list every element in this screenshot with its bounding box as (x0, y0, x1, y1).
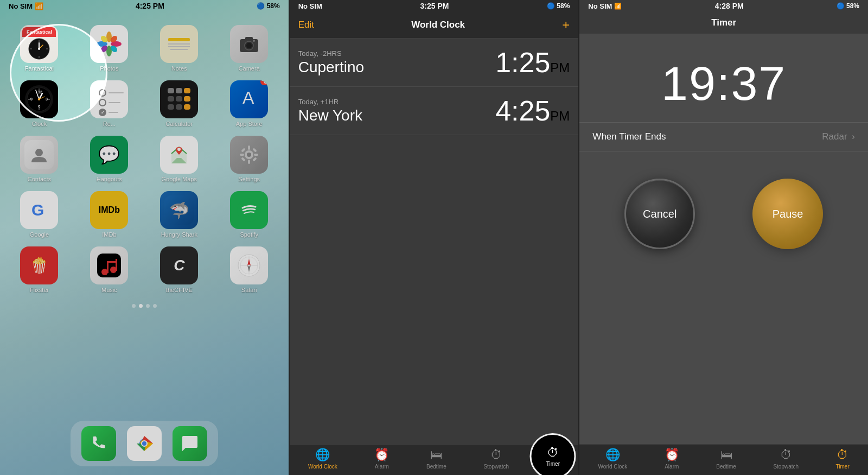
app-spotify[interactable]: Spotify (219, 191, 280, 238)
timer-buttons: Cancel Pause (579, 179, 868, 249)
app-fantastical[interactable]: Fantastical (9, 25, 70, 72)
tab-bedtime[interactable]: 🛏 Bedtime (426, 448, 446, 470)
hungryshark-label: Hungry Shark (161, 231, 197, 238)
app-camera[interactable]: Camera (219, 25, 280, 72)
app-grid: Fantastical (0, 16, 289, 302)
clock-item-cupertino-left: Today, -2HRS Cupertino (298, 49, 364, 76)
tab-alarm[interactable]: ⏰ Alarm (374, 448, 389, 470)
app-hangouts[interactable]: 💬 Hangouts (79, 136, 140, 182)
s3-tab-timer[interactable]: ⏱ Timer (836, 448, 850, 470)
s2-battery: 🔵 58% (547, 2, 570, 10)
svg-point-41 (247, 153, 251, 157)
tab-stopwatch[interactable]: ⏱ Stopwatch (483, 448, 509, 470)
app-contacts[interactable]: Contacts (9, 136, 70, 182)
app-calculator[interactable]: Calculator (149, 80, 210, 127)
app-reminders[interactable]: ✓ Re... (79, 80, 140, 127)
svg-text:A: A (242, 88, 254, 107)
svg-rect-53 (237, 198, 261, 222)
s3-tab-bedtime[interactable]: 🛏 Bedtime (716, 448, 736, 470)
dock-chrome[interactable] (127, 426, 162, 461)
appstore-badge: 8 (260, 80, 268, 85)
cancel-button[interactable]: Cancel (624, 179, 695, 249)
app-googlemaps[interactable]: Google Maps (149, 136, 210, 182)
bluetooth-icon: 🔵 (257, 2, 265, 10)
app-google[interactable]: G G Google (9, 191, 70, 238)
when-timer-ends-row[interactable]: When Timer Ends Radar › (579, 122, 868, 151)
status-bar-1: No SIM 📶 4:25 PM 🔵 58% (0, 0, 289, 12)
s2-bt-icon: 🔵 (547, 2, 555, 10)
app-hungryshark[interactable]: 🦈 Hungry Shark (149, 191, 210, 238)
alarm-tab-icon: ⏰ (374, 448, 389, 462)
flixster-label: Flixster (30, 287, 49, 293)
app-notes[interactable]: Notes (149, 25, 210, 72)
tab-timer[interactable]: ⏱ Timer ⏱ Timer (546, 448, 560, 470)
app-thechive[interactable]: C theCHIVE (149, 246, 210, 293)
svg-text:3: 3 (46, 97, 48, 101)
clock-item-newyork-left: Today, +1HR New York (298, 98, 362, 124)
world-clock-list: Today, -2HRS Cupertino 1:25PM Today, +1H… (290, 39, 579, 444)
app-settings[interactable]: Settings (219, 136, 280, 182)
time-label: 4:25 PM (136, 2, 164, 10)
world-clock-tab-label: World Clock (308, 464, 337, 470)
fantastical-clock-svg (28, 37, 50, 60)
edit-button[interactable]: Edit (298, 20, 314, 30)
cupertino-tz: Today, -2HRS (298, 49, 364, 58)
dot-4 (153, 304, 157, 308)
s3-tab-world-clock[interactable]: 🌐 World Clock (598, 448, 628, 470)
svg-rect-47 (252, 148, 257, 152)
google-label: Google (30, 231, 49, 238)
cupertino-ampm: PM (550, 60, 570, 75)
svg-text:6: 6 (39, 104, 41, 108)
s3-stopwatch-icon: ⏱ (780, 448, 792, 462)
s3-tab-stopwatch[interactable]: ⏱ Stopwatch (773, 448, 799, 470)
timer-display: 19:37 (579, 56, 868, 111)
messages-icon-svg (180, 434, 200, 453)
s3-time: 4:28 PM (715, 2, 744, 10)
svg-point-35 (38, 98, 40, 100)
app-photos[interactable]: Photos (79, 25, 140, 72)
app-appstore[interactable]: A 8 App Store (219, 80, 280, 127)
pause-button[interactable]: Pause (752, 179, 823, 249)
app-flixster[interactable]: 🍿 Flixster (9, 246, 70, 293)
timer-screen: No SIM 📶 4:28 PM 🔵 58% Timer 19:37 When … (579, 0, 868, 475)
clock-item-cupertino: Today, -2HRS Cupertino 1:25PM (290, 39, 579, 87)
s3-timer-label: Timer (836, 464, 850, 470)
tab-world-clock[interactable]: 🌐 World Clock (308, 448, 337, 470)
svg-point-20 (246, 43, 252, 48)
app-music[interactable]: Music (79, 246, 140, 293)
appstore-label: App Store (236, 121, 263, 127)
googlemaps-label: Google Maps (162, 176, 197, 182)
google-icon-svg: G G (27, 198, 51, 222)
camera-label: Camera (239, 65, 260, 72)
clock-icon-svg: 12 3 6 9 (24, 85, 54, 114)
status-bar-3: No SIM 📶 4:28 PM 🔵 58% (579, 0, 868, 12)
svg-rect-42 (248, 145, 250, 150)
svg-rect-46 (241, 148, 245, 152)
add-clock-button[interactable]: + (562, 17, 570, 33)
when-timer-label: When Timer Ends (592, 131, 666, 142)
contacts-icon-svg (29, 145, 49, 164)
dock-messages[interactable] (173, 426, 207, 461)
status-bar-left: No SIM 📶 (9, 2, 43, 10)
world-clock-tab-icon: 🌐 (315, 448, 330, 462)
s3-stopwatch-label: Stopwatch (773, 464, 799, 470)
dock-phone[interactable] (81, 426, 116, 461)
s2-carrier: No SIM (298, 2, 322, 10)
svg-point-69 (142, 441, 146, 446)
app-imdb[interactable]: IMDb IMDb (79, 191, 140, 238)
s3-tab-alarm[interactable]: ⏰ Alarm (665, 448, 679, 470)
s3-bt-icon: 🔵 (837, 2, 845, 10)
s3-alarm-icon: ⏰ (665, 448, 679, 462)
timer-tab-circle: ⏱ Timer (530, 433, 576, 475)
timer-circle-label: Timer (546, 461, 560, 467)
s3-bedtime-icon: 🛏 (720, 448, 732, 462)
chrome-icon-svg (132, 432, 156, 455)
s2-time: 3:25 PM (420, 2, 449, 10)
app-clock[interactable]: 12 3 6 9 Clock (9, 80, 70, 127)
newyork-tz: Today, +1HR (298, 98, 362, 106)
svg-rect-59 (107, 261, 117, 263)
cupertino-time-display: 1:25PM (495, 46, 570, 79)
app-safari[interactable]: Safari (219, 246, 280, 293)
dot-3 (146, 304, 150, 308)
dock (71, 421, 218, 466)
